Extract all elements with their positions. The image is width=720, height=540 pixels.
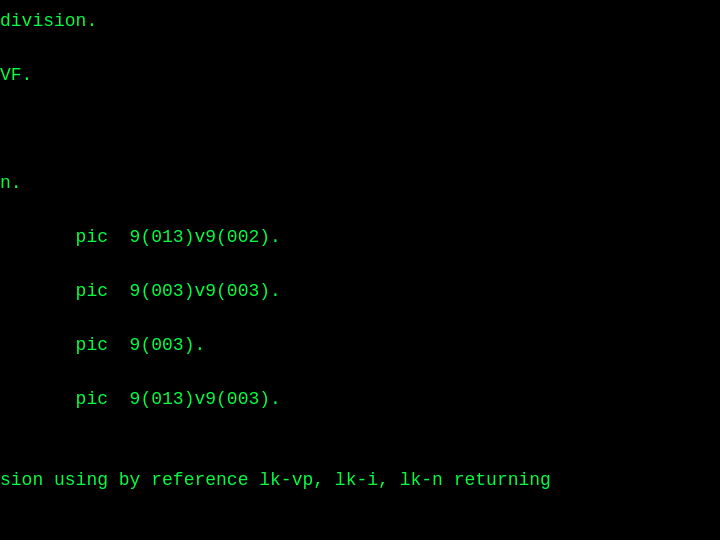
terminal-line-line9: pic 9(013)v9(003). [0, 386, 720, 413]
terminal-line-line1: division. [0, 8, 720, 35]
terminal-line-line7: pic 9(003)v9(003). [0, 278, 720, 305]
terminal-line-line11: sion using by reference lk-vp, lk-i, lk-… [0, 467, 720, 494]
terminal-line-line2: VF. [0, 62, 720, 89]
terminal-window: division. VF. n. pic 9(013)v9(002). pic … [0, 0, 720, 540]
terminal-line-line5: n. [0, 170, 720, 197]
terminal-line-line8: pic 9(003). [0, 332, 720, 359]
terminal-line-line6: pic 9(013)v9(002). [0, 224, 720, 251]
